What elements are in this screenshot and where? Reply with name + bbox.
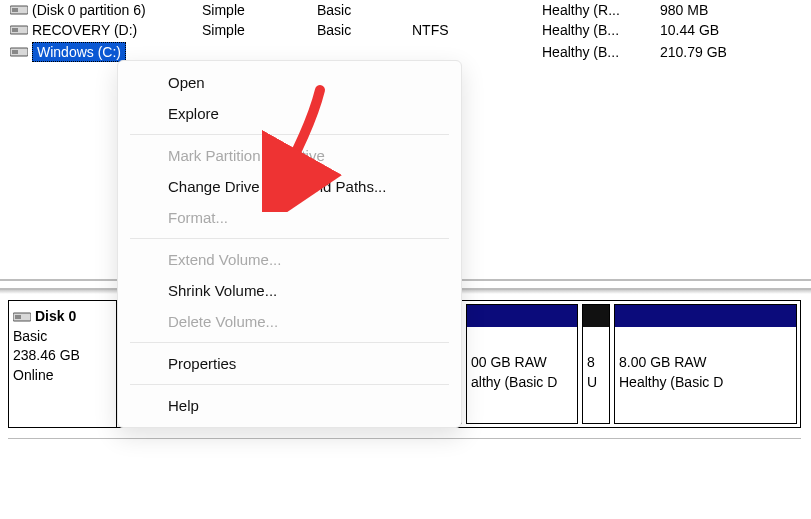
svg-rect-7 (15, 315, 21, 319)
volume-list[interactable]: (Disk 0 partition 6) Simple Basic Health… (0, 0, 811, 64)
volume-fs: NTFS (410, 22, 540, 38)
svg-rect-5 (12, 50, 18, 54)
partition-status: U (587, 373, 605, 393)
context-menu: Open Explore Mark Partition as Active Ch… (117, 60, 462, 428)
partition-box[interactable]: 00 GB RAW althy (Basic D (466, 304, 578, 424)
menu-separator (130, 342, 449, 343)
partition-color-bar (583, 305, 609, 327)
partition-size: 8 (587, 353, 605, 373)
partition-color-bar (615, 305, 796, 327)
menu-help[interactable]: Help (118, 390, 461, 421)
volume-type: Simple (200, 2, 315, 18)
volume-status: Healthy (R... (540, 2, 658, 18)
svg-rect-1 (12, 8, 18, 12)
partition-size: 8.00 GB RAW (619, 353, 792, 373)
menu-shrink-volume[interactable]: Shrink Volume... (118, 275, 461, 306)
volume-name: RECOVERY (D:) (30, 22, 200, 38)
selected-volume-label: Windows (C:) (32, 42, 126, 62)
volume-status: Healthy (B... (540, 22, 658, 38)
menu-explore[interactable]: Explore (118, 98, 461, 129)
disk-status: Online (13, 366, 110, 386)
table-row[interactable]: (Disk 0 partition 6) Simple Basic Health… (0, 0, 811, 20)
volume-icon (0, 24, 30, 36)
volume-icon (0, 46, 30, 58)
disk-size: 238.46 GB (13, 346, 110, 366)
volume-size: 210.79 GB (658, 44, 758, 60)
bottom-rule (8, 438, 801, 439)
menu-separator (130, 134, 449, 135)
disk-type: Basic (13, 327, 110, 347)
volume-name: Windows (C:) (30, 42, 200, 62)
volume-size: 980 MB (658, 2, 758, 18)
partition-status: althy (Basic D (471, 373, 573, 393)
menu-change-drive-letter[interactable]: Change Drive Letter and Paths... (118, 171, 461, 202)
partition-status: Healthy (Basic D (619, 373, 792, 393)
table-row[interactable]: RECOVERY (D:) Simple Basic NTFS Healthy … (0, 20, 811, 40)
volume-icon (0, 4, 30, 16)
partition-size: 00 GB RAW (471, 353, 573, 373)
volume-name: (Disk 0 partition 6) (30, 2, 200, 18)
partition-box-unallocated[interactable]: 8 U (582, 304, 610, 424)
menu-extend-volume: Extend Volume... (118, 244, 461, 275)
disk-title: Disk 0 (35, 307, 76, 327)
partition-box[interactable]: 8.00 GB RAW Healthy (Basic D (614, 304, 797, 424)
menu-separator (130, 384, 449, 385)
disk-header[interactable]: Disk 0 Basic 238.46 GB Online (9, 301, 117, 427)
menu-format: Format... (118, 202, 461, 233)
disk-icon (13, 311, 31, 323)
menu-mark-partition-active: Mark Partition as Active (118, 140, 461, 171)
volume-layout: Basic (315, 2, 410, 18)
menu-open[interactable]: Open (118, 67, 461, 98)
volume-layout: Basic (315, 22, 410, 38)
menu-separator (130, 238, 449, 239)
svg-rect-3 (12, 28, 18, 32)
volume-status: Healthy (B... (540, 44, 658, 60)
volume-size: 10.44 GB (658, 22, 758, 38)
menu-delete-volume: Delete Volume... (118, 306, 461, 337)
menu-properties[interactable]: Properties (118, 348, 461, 379)
partition-color-bar (467, 305, 577, 327)
volume-type: Simple (200, 22, 315, 38)
